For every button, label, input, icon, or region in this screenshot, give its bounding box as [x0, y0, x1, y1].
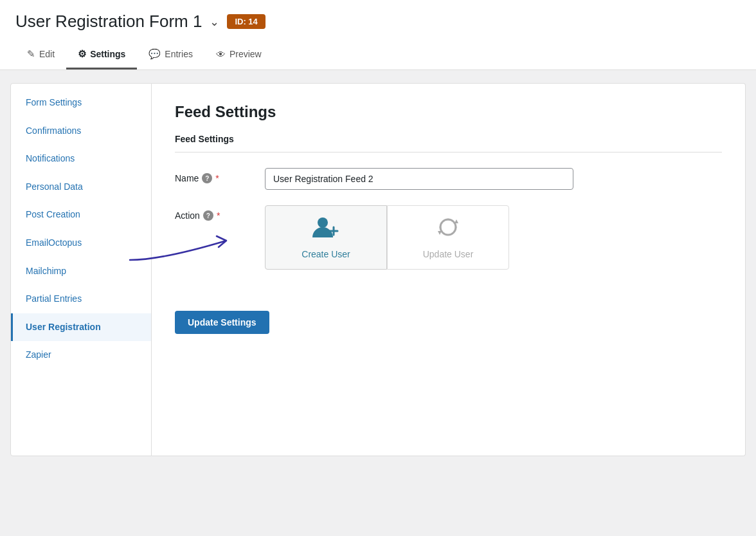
create-user-icon	[312, 216, 339, 244]
action-label-text: Action	[175, 210, 200, 221]
tab-entries[interactable]: 💬 Entries	[137, 42, 204, 69]
content-area: Feed Settings Feed Settings Name ? * Act…	[152, 83, 746, 456]
action-field-content: Create User	[265, 205, 722, 270]
tab-edit-label: Edit	[39, 49, 55, 59]
edit-icon: ✎	[27, 48, 35, 60]
settings-icon: ⚙	[78, 48, 86, 60]
action-required-star: *	[217, 210, 220, 221]
sidebar-item-confirmations[interactable]: Confirmations	[11, 117, 151, 145]
create-user-button[interactable]: Create User	[265, 205, 387, 270]
sidebar-item-partial-entries[interactable]: Partial Entries	[11, 285, 151, 313]
section-label: Feed Settings	[175, 134, 722, 152]
sidebar-item-email-octopus[interactable]: EmailOctopus	[11, 229, 151, 257]
update-user-icon	[437, 216, 460, 244]
tabs-bar: ✎ Edit ⚙ Settings 💬 Entries 👁 Preview	[15, 42, 741, 69]
name-field-row: Name ? *	[175, 168, 722, 190]
sidebar-item-personal-data[interactable]: Personal Data	[11, 173, 151, 201]
svg-marker-4	[438, 231, 442, 235]
svg-point-0	[318, 217, 328, 228]
update-user-button[interactable]: Update User	[387, 205, 509, 270]
action-buttons: Create User	[265, 205, 509, 270]
sidebar: Form Settings Confirmations Notification…	[10, 83, 152, 456]
action-field-label: Action ? *	[175, 205, 252, 221]
tab-settings[interactable]: ⚙ Settings	[66, 42, 137, 69]
create-user-label: Create User	[302, 249, 350, 259]
sidebar-item-post-creation[interactable]: Post Creation	[11, 201, 151, 229]
name-required-star: *	[215, 173, 219, 183]
name-field-content	[265, 168, 722, 190]
sidebar-item-notifications[interactable]: Notifications	[11, 145, 151, 173]
header: User Registration Form 1 ⌄ ID: 14 ✎ Edit…	[0, 0, 756, 70]
svg-marker-3	[455, 219, 458, 223]
action-field-row: Action ? *	[175, 205, 722, 270]
sidebar-item-mailchimp[interactable]: Mailchimp	[11, 257, 151, 286]
update-user-label: Update User	[423, 249, 474, 259]
sidebar-item-user-registration[interactable]: User Registration	[11, 313, 151, 342]
form-switcher-dropdown[interactable]: ⌄	[210, 15, 219, 29]
preview-icon: 👁	[216, 49, 226, 60]
main-layout: Form Settings Confirmations Notification…	[10, 83, 746, 456]
sidebar-item-zapier[interactable]: Zapier	[11, 341, 151, 369]
page-title: Feed Settings	[175, 103, 722, 121]
name-field-label: Name ? *	[175, 168, 252, 183]
entries-icon: 💬	[148, 48, 161, 60]
form-title: User Registration Form 1	[15, 12, 202, 32]
tab-preview[interactable]: 👁 Preview	[204, 42, 273, 69]
name-input[interactable]	[265, 168, 573, 190]
tab-settings-label: Settings	[90, 49, 125, 59]
form-id-badge: ID: 14	[227, 14, 265, 29]
header-top: User Registration Form 1 ⌄ ID: 14	[15, 12, 741, 32]
update-settings-button[interactable]: Update Settings	[175, 311, 269, 334]
tab-preview-label: Preview	[230, 49, 262, 59]
action-help-icon[interactable]: ?	[203, 210, 213, 221]
name-help-icon[interactable]: ?	[202, 173, 212, 183]
tab-entries-label: Entries	[165, 49, 193, 59]
name-label-text: Name	[175, 173, 199, 183]
tab-edit[interactable]: ✎ Edit	[15, 42, 66, 69]
sidebar-item-form-settings[interactable]: Form Settings	[11, 89, 151, 117]
page-wrapper: User Registration Form 1 ⌄ ID: 14 ✎ Edit…	[0, 0, 756, 536]
action-buttons-wrapper: Create User	[265, 205, 722, 270]
